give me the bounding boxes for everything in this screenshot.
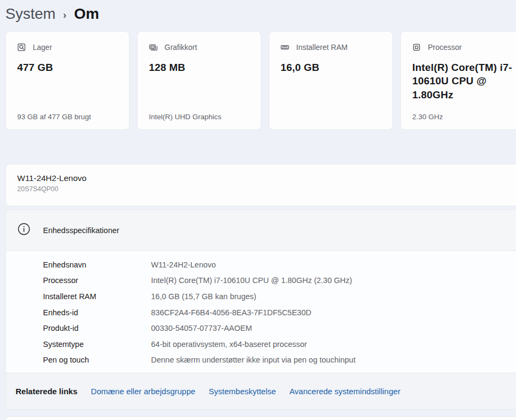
related-links-row: Relaterede links Domæne eller arbejdsgru…	[6, 373, 516, 409]
spec-row-ram: Installeret RAM 16,0 GB (15,7 GB kan bru…	[6, 288, 516, 305]
cpu-card: Processor Intel(R) Core(TM) i7-10610U CP…	[400, 31, 516, 130]
spec-row-product-id: Produkt-id 00330-54057-07737-AAOEM	[6, 320, 516, 336]
spec-table: Enhedsnavn W11-24H2-Lenovo Processor Int…	[6, 251, 516, 373]
spec-label: Enheds-id	[6, 308, 151, 317]
related-links-label: Relaterede links	[16, 387, 77, 396]
spec-label: Enhedsnavn	[6, 260, 151, 269]
device-name-card: W11-24H2-Lenovo 20S7S4QP00	[5, 164, 516, 206]
storage-icon	[17, 43, 26, 52]
spec-value: W11-24H2-Lenovo	[151, 260, 216, 269]
storage-card-label: Lager	[33, 43, 52, 52]
storage-card-detail: 93 GB af 477 GB brugt	[17, 113, 118, 121]
spec-row-device-name: Enhedsnavn W11-24H2-Lenovo	[6, 257, 516, 273]
link-system-protection[interactable]: Systembeskyttelse	[209, 387, 276, 396]
spec-value: 836CF2A4-F6B4-4056-8EA3-7F1DF5C5E30D	[151, 308, 311, 317]
ram-card-detail	[281, 113, 382, 121]
gpu-card-detail: Intel(R) UHD Graphics	[149, 113, 250, 121]
ram-card-value: 16,0 GB	[281, 61, 382, 74]
spec-row-pen-touch: Pen og touch Denne skærm understøtter ik…	[6, 352, 516, 368]
breadcrumb: System › Om	[5, 0, 99, 28]
spec-label: Installeret RAM	[6, 292, 151, 301]
device-specifications-expander: Enhedsspecifikationer Enhedsnavn W11-24H…	[5, 209, 516, 410]
gpu-card-value: 128 MB	[149, 61, 250, 74]
spec-value: 16,0 GB (15,7 GB kan bruges)	[151, 292, 256, 301]
ram-card-label: Installeret RAM	[296, 43, 348, 52]
cpu-card-label: Processor	[428, 43, 462, 52]
info-icon	[18, 223, 30, 237]
cpu-card-value: Intel(R) Core(TM) i7-10610U CPU @ 1.80GH…	[412, 61, 513, 102]
ram-icon	[281, 43, 289, 52]
device-name: W11-24H2-Lenovo	[17, 173, 516, 183]
spec-value: Intel(R) Core(TM) i7-10610U CPU @ 1.80GH…	[151, 276, 352, 285]
cpu-card-detail: 2.30 GHz	[412, 113, 513, 121]
gpu-icon	[149, 43, 157, 52]
spec-label: Systemtype	[6, 340, 151, 349]
spec-row-device-id: Enheds-id 836CF2A4-F6B4-4056-8EA3-7F1DF5…	[6, 305, 516, 321]
page-title: Om	[74, 5, 99, 23]
spec-value: Denne skærm understøtter ikke input via …	[151, 356, 355, 364]
link-advanced-system-settings[interactable]: Avancerede systemindstillinger	[289, 387, 400, 396]
device-model: 20S7S4QP00	[17, 185, 516, 193]
device-specifications-header[interactable]: Enhedsspecifikationer	[6, 210, 516, 251]
link-domain-workgroup[interactable]: Domæne eller arbejdsgruppe	[91, 387, 195, 396]
gpu-card: Grafikkort 128 MB Intel(R) UHD Graphics	[137, 31, 261, 130]
spec-row-system-type: Systemtype 64-bit operativsystem, x64-ba…	[6, 336, 516, 352]
ram-card: Installeret RAM 16,0 GB	[269, 31, 393, 130]
cpu-icon	[412, 43, 421, 52]
spec-value: 00330-54057-07737-AAOEM	[151, 324, 252, 332]
gpu-card-label: Grafikkort	[164, 43, 197, 52]
spec-label: Processor	[6, 276, 151, 285]
storage-card: Lager 477 GB 93 GB af 477 GB brugt	[5, 31, 130, 130]
storage-card-value: 477 GB	[17, 61, 118, 74]
spec-row-processor: Processor Intel(R) Core(TM) i7-10610U CP…	[6, 273, 516, 289]
breadcrumb-chevron-icon: ›	[63, 9, 66, 21]
device-specifications-title: Enhedsspecifikationer	[43, 226, 119, 235]
spec-label: Produkt-id	[6, 324, 151, 332]
overview-cards: Lager 477 GB 93 GB af 477 GB brugt Grafi…	[5, 31, 516, 130]
spec-label: Pen og touch	[6, 356, 151, 364]
next-expander-card[interactable]	[5, 416, 516, 420]
spec-value: 64-bit operativsystem, x64-baseret proce…	[151, 340, 307, 349]
breadcrumb-system[interactable]: System	[5, 5, 55, 23]
